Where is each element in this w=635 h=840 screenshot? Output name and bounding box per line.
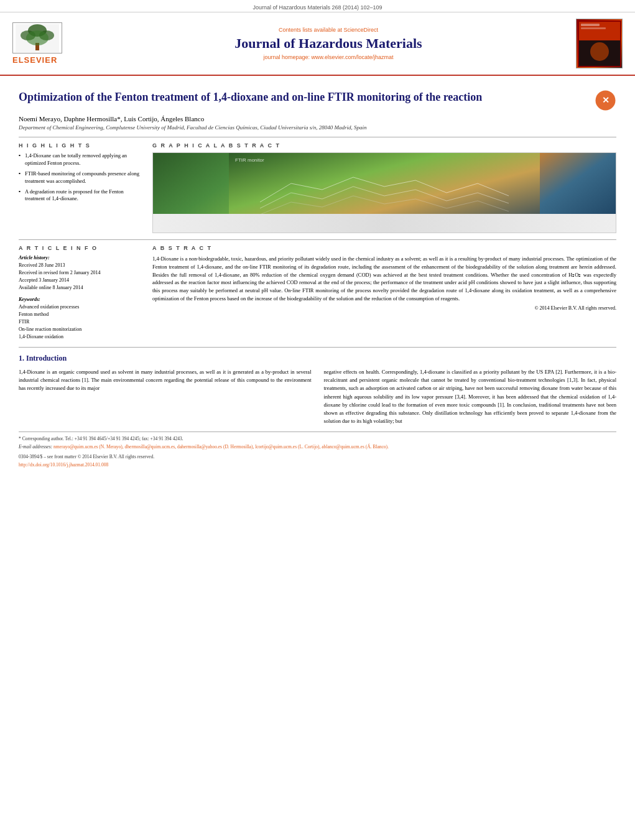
article-history: Article history: Received 28 June 2013 R… — [19, 255, 143, 292]
copyright-text: © 2014 Elsevier B.V. All rights reserved… — [152, 305, 616, 311]
graphical-abstract-col: G R A P H I C A L A B S T R A C T — [152, 142, 616, 233]
article-title: Optimization of the Fenton treatment of … — [19, 90, 588, 105]
info-abstract-row: A R T I C L E I N F O Article history: R… — [19, 245, 616, 341]
issn-note: 0304-3894/$ – see front matter © 2014 El… — [19, 453, 616, 460]
highlight-item-2: • FTIR-based monitoring of compounds pre… — [19, 170, 143, 185]
intro-col-2: negative effects on health. Correspondin… — [324, 368, 617, 425]
divider-3 — [19, 347, 616, 348]
elsevier-brand: ELSEVIER — [12, 55, 81, 65]
article-content: Optimization of the Fenton treatment of … — [0, 76, 635, 476]
divider-2 — [19, 239, 616, 240]
svg-text:✓: ✓ — [459, 221, 462, 227]
keyword-2: Fenton method — [19, 311, 143, 318]
svg-text:→: → — [310, 221, 313, 227]
highlight-item-1: • 1,4-Dioxane can be totally removed app… — [19, 152, 143, 167]
highlights-list: • 1,4-Dioxane can be totally removed app… — [19, 152, 143, 203]
crossmark-logo[interactable]: ✕ — [595, 90, 616, 111]
introduction-section: 1. Introduction 1,4-Dioxane is an organi… — [19, 354, 616, 425]
available-date: Available online 8 January 2014 — [19, 284, 143, 292]
keyword-5: 1,4-Dioxane oxidation — [19, 333, 143, 341]
footnote-area: * Corresponding author. Tel.: +34 91 394… — [19, 432, 616, 468]
article-info-label: A R T I C L E I N F O — [19, 245, 143, 251]
keywords-block: Keywords: Advanced oxidation processes F… — [19, 297, 143, 341]
svg-text:HO-CH₂: HO-CH₂ — [328, 221, 346, 227]
journal-header: ELSEVIER Contents lists available at Sci… — [0, 12, 635, 76]
article-title-section: Optimization of the Fenton treatment of … — [19, 90, 616, 111]
svg-text:CO₂+H₂O: CO₂+H₂O — [397, 221, 418, 227]
abstract-col: A B S T R A C T 1,4-Dioxane is a non-bio… — [152, 245, 616, 341]
svg-point-5 — [26, 30, 49, 45]
introduction-columns: 1,4-Dioxane is an organic compound used … — [19, 368, 616, 425]
journal-title: Journal of Hazardous Materials — [81, 35, 576, 52]
svg-point-9 — [590, 42, 609, 61]
accepted-date: Accepted 3 January 2014 — [19, 277, 143, 284]
svg-text:FTIR monitor: FTIR monitor — [235, 157, 264, 163]
article-info-col: A R T I C L E I N F O Article history: R… — [19, 245, 143, 341]
journal-cover-image — [576, 19, 623, 68]
elsevier-logo: ELSEVIER — [12, 22, 81, 65]
highlights-graphical-row: H I G H L I G H T S • 1,4-Dioxane can be… — [19, 142, 616, 233]
keyword-4: On-line reaction monitorization — [19, 326, 143, 333]
highlights-col: H I G H L I G H T S • 1,4-Dioxane can be… — [19, 142, 143, 233]
elsevier-logo-tree-icon — [12, 22, 62, 53]
journal-citation: Journal of Hazardous Materials 268 (2014… — [253, 4, 382, 11]
journal-homepage-link[interactable]: www.elsevier.com/locate/jhazmat — [312, 54, 394, 60]
divider-1 — [19, 137, 616, 137]
affiliation: Department of Chemical Engineering, Comp… — [19, 124, 616, 131]
keywords-label: Keywords: — [19, 297, 143, 302]
keyword-3: FTIR — [19, 318, 143, 326]
svg-text:✕: ✕ — [602, 95, 610, 105]
received-date: Received 28 June 2013 — [19, 262, 143, 269]
journal-top-bar: Journal of Hazardous Materials 268 (2014… — [0, 0, 635, 12]
abstract-text: 1,4-Dioxane is a non-biodegradable, toxi… — [152, 255, 616, 303]
journal-header-center: Contents lists available at ScienceDirec… — [81, 27, 576, 60]
svg-rect-11 — [581, 27, 606, 29]
sciencedirect-line: Contents lists available at ScienceDirec… — [81, 27, 576, 33]
svg-text:○-○: ○-○ — [260, 221, 269, 227]
intro-col-1: 1,4-Dioxane is an organic compound used … — [19, 368, 312, 425]
abstract-label: A B S T R A C T — [152, 245, 616, 251]
introduction-heading: 1. Introduction — [19, 354, 616, 363]
corresponding-author-note: * Corresponding author. Tel.: +34 91 394… — [19, 435, 616, 442]
authors: Noemí Merayo, Daphne Hermosilla*, Luis C… — [19, 115, 616, 122]
doi-link[interactable]: http://dx.doi.org/10.1016/j.jhazmat.2014… — [19, 461, 616, 468]
email-note: E-mail addresses: nmerayo@quim.ucm.es (N… — [19, 443, 616, 450]
revised-date: Received in revised form 2 January 2014 — [19, 269, 143, 277]
sciencedirect-link-text[interactable]: ScienceDirect — [344, 27, 379, 33]
journal-homepage: journal homepage: www.elsevier.com/locat… — [81, 54, 576, 60]
svg-text:→: → — [378, 221, 381, 227]
svg-rect-15 — [229, 215, 540, 233]
keyword-1: Advanced oxidation processes — [19, 303, 143, 311]
history-label: Article history: — [19, 255, 143, 261]
svg-rect-10 — [581, 24, 600, 26]
graphical-abstract-image: ○-○ → HO-CH₂ → CO₂+H₂O ✓ FTIR monitor — [152, 152, 616, 233]
graphical-abstract-label: G R A P H I C A L A B S T R A C T — [152, 142, 616, 149]
email-addresses[interactable]: nmerayo@quim.ucm.es (N. Merayo), dhermos… — [53, 444, 389, 450]
highlights-label: H I G H L I G H T S — [19, 142, 143, 149]
highlight-item-3: • A degradation route is proposed for th… — [19, 188, 143, 203]
